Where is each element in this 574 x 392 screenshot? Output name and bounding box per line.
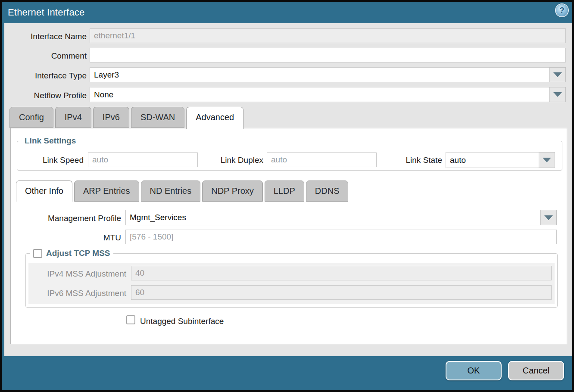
chevron-down-icon bbox=[543, 158, 551, 162]
cancel-button[interactable]: Cancel bbox=[508, 361, 564, 380]
subtab-ddns[interactable]: DDNS bbox=[306, 180, 349, 202]
tab-config[interactable]: Config bbox=[9, 107, 53, 128]
subtab-nd-entries[interactable]: ND Entries bbox=[141, 180, 201, 202]
comment-input[interactable] bbox=[90, 48, 566, 62]
adjust-tcp-mss-checkbox[interactable] bbox=[33, 249, 42, 258]
interface-type-select[interactable]: Layer3 bbox=[90, 67, 566, 82]
chevron-down-icon bbox=[553, 92, 562, 97]
link-duplex-input[interactable] bbox=[267, 152, 377, 167]
untagged-subinterface-label: Untagged Subinterface bbox=[140, 317, 224, 326]
ipv6-mss-label: IPv6 MSS Adjustment bbox=[36, 289, 126, 298]
link-state-dropdown-button[interactable] bbox=[539, 152, 555, 168]
link-duplex-label: Link Duplex bbox=[199, 156, 263, 165]
main-tab-bar: Config IPv4 IPv6 SD-WAN Advanced bbox=[9, 107, 243, 129]
link-settings-legend: Link Settings bbox=[22, 136, 79, 146]
ethernet-interface-dialog: Ethernet Interface ? Interface Name Comm… bbox=[0, 0, 574, 392]
title-bar: Ethernet Interface ? bbox=[2, 2, 572, 23]
link-state-label: Link State bbox=[380, 156, 442, 165]
management-profile-select[interactable]: Mgmt_Services bbox=[125, 210, 557, 225]
subtab-ndp-proxy[interactable]: NDP Proxy bbox=[202, 180, 263, 202]
ipv4-mss-input bbox=[131, 266, 552, 280]
netflow-profile-value: None bbox=[94, 87, 548, 102]
ipv6-mss-input bbox=[131, 285, 552, 300]
interface-name-input bbox=[90, 28, 566, 43]
dialog-title: Ethernet Interface bbox=[8, 7, 84, 18]
comment-label: Comment bbox=[2, 51, 87, 61]
ok-button[interactable]: OK bbox=[446, 361, 502, 380]
subtab-lldp[interactable]: LLDP bbox=[265, 180, 304, 202]
tab-ipv6[interactable]: IPv6 bbox=[93, 107, 129, 128]
adjust-tcp-mss-legend-text: Adjust TCP MSS bbox=[46, 249, 110, 258]
netflow-profile-label: Netflow Profile bbox=[2, 91, 87, 100]
tab-ipv4[interactable]: IPv4 bbox=[55, 107, 91, 128]
link-speed-input[interactable] bbox=[88, 152, 198, 167]
link-state-value: auto bbox=[450, 152, 537, 168]
link-state-select[interactable]: auto bbox=[446, 152, 555, 168]
chevron-down-icon bbox=[553, 72, 562, 77]
management-profile-value: Mgmt_Services bbox=[130, 210, 539, 225]
mtu-label: MTU bbox=[28, 233, 121, 243]
untagged-subinterface-checkbox[interactable] bbox=[126, 315, 135, 324]
netflow-profile-dropdown-button[interactable] bbox=[549, 87, 566, 102]
chevron-down-icon bbox=[544, 215, 553, 220]
subtab-arp-entries[interactable]: ARP Entries bbox=[74, 180, 139, 202]
subtab-other-info[interactable]: Other Info bbox=[16, 180, 72, 202]
link-speed-label: Link Speed bbox=[19, 156, 84, 165]
management-profile-dropdown-button[interactable] bbox=[540, 210, 557, 225]
management-profile-label: Management Profile bbox=[28, 214, 121, 223]
sub-tab-bar: Other Info ARP Entries ND Entries NDP Pr… bbox=[16, 180, 348, 202]
interface-type-value: Layer3 bbox=[94, 68, 548, 82]
help-icon[interactable]: ? bbox=[556, 4, 568, 16]
mtu-input[interactable] bbox=[125, 230, 557, 244]
ipv4-mss-label: IPv4 MSS Adjustment bbox=[36, 269, 126, 279]
interface-type-label: Interface Type bbox=[2, 71, 87, 81]
adjust-tcp-mss-legend: Adjust TCP MSS bbox=[30, 249, 113, 258]
tab-sdwan[interactable]: SD-WAN bbox=[131, 107, 184, 128]
interface-name-label: Interface Name bbox=[2, 32, 87, 41]
tab-advanced[interactable]: Advanced bbox=[186, 107, 243, 129]
interface-type-dropdown-button[interactable] bbox=[549, 67, 566, 82]
netflow-profile-select[interactable]: None bbox=[90, 87, 566, 102]
